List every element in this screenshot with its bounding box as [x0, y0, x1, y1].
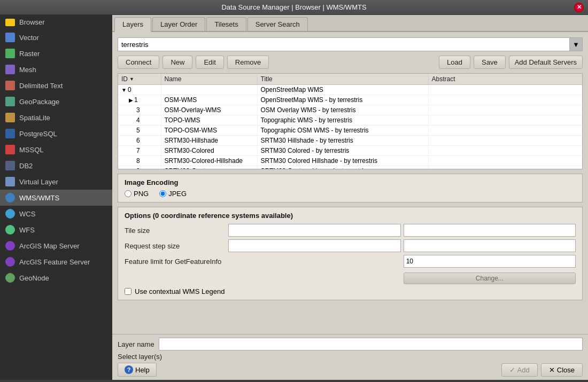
sidebar-item-vector[interactable]: Vector	[0, 29, 112, 45]
cell-title: SRTM30 Colored Hillshade - by terrestris	[257, 156, 428, 166]
col-header-abstract[interactable]: Abstract	[428, 74, 582, 85]
jpeg-radio[interactable]	[159, 190, 166, 197]
sidebar-item-geonode[interactable]: GeoNode	[0, 270, 112, 286]
cell-name: SRTM30-Contour	[161, 166, 257, 170]
cell-title: Topographic WMS - by terrestris	[257, 115, 428, 126]
sidebar-item-browser[interactable]: Browser	[0, 15, 112, 29]
layer-name-input[interactable]	[159, 338, 583, 350]
dropdown-arrow-icon[interactable]: ▼	[570, 37, 583, 51]
request-step-input-1[interactable]	[228, 239, 400, 252]
feature-limit-input[interactable]	[404, 255, 576, 268]
table-row[interactable]: ▼0 OpenStreetMap WMS	[118, 85, 582, 95]
cell-abstract	[428, 126, 582, 136]
tile-size-input-2[interactable]	[404, 224, 576, 237]
wms-wmts-icon	[5, 193, 15, 202]
sidebar-item-virtual-layer[interactable]: Virtual Layer	[0, 174, 112, 190]
cell-title: SRTM30 Hillshade - by terrestris	[257, 136, 428, 146]
sidebar-item-raster[interactable]: Raster	[0, 45, 112, 61]
wcs-icon	[5, 209, 15, 219]
sidebar-item-wms-wmts[interactable]: WMS/WMTS	[0, 190, 112, 206]
cell-name	[161, 85, 257, 95]
cell-name: TOPO-OSM-WMS	[161, 126, 257, 136]
geonode-icon	[5, 273, 15, 283]
expand-icon[interactable]: ▼	[121, 87, 127, 93]
vector-icon	[5, 33, 15, 42]
request-step-input-2[interactable]	[404, 239, 576, 252]
save-button[interactable]: Save	[474, 56, 506, 69]
image-encoding-section: Image Encoding PNG JPEG	[118, 174, 583, 202]
title-bar: Data Source Manager | Browser | WMS/WMTS…	[0, 0, 588, 15]
db2-icon	[5, 161, 15, 170]
sidebar-item-arcgis-map[interactable]: ArcGIS Map Server	[0, 238, 112, 254]
sidebar-label-virtual-layer: Virtual Layer	[19, 178, 58, 186]
sidebar-label-spatialite: SpatiaLite	[19, 114, 50, 122]
sidebar-item-mesh[interactable]: Mesh	[0, 61, 112, 77]
action-row: ? Help ✓ Add ✕ Close	[118, 363, 583, 377]
contextual-wms-checkbox[interactable]	[125, 288, 131, 295]
main-panel: terrestris ▼ Connect New Edit Remove Loa…	[112, 32, 588, 334]
table-row[interactable]: 3 OSM-Overlay-WMS OSM Overlay WMS - by t…	[118, 105, 582, 115]
expand-icon[interactable]: ▶	[129, 97, 133, 103]
tile-size-input-1[interactable]	[228, 224, 400, 237]
cell-name: TOPO-WMS	[161, 115, 257, 126]
sidebar-item-geopackage[interactable]: GeoPackage	[0, 93, 112, 110]
col-header-name[interactable]: Name	[161, 74, 257, 85]
remove-button[interactable]: Remove	[227, 56, 269, 69]
tab-layer-order[interactable]: Layer Order	[152, 17, 205, 31]
table-row[interactable]: 5 TOPO-OSM-WMS Topographic OSM WMS - by …	[118, 126, 582, 136]
cell-title: OSM Overlay WMS - by terrestris	[257, 105, 428, 115]
server-dropdown-row: terrestris ▼	[118, 37, 583, 51]
cell-title: Topographic OSM WMS - by terrestris	[257, 126, 428, 136]
sidebar-item-postgresql[interactable]: PostgreSQL	[0, 126, 112, 142]
tab-server-search[interactable]: Server Search	[247, 17, 308, 31]
sidebar-item-arcgis-feature[interactable]: ArcGIS Feature Server	[0, 254, 112, 270]
table-row[interactable]: 6 SRTM30-Hillshade SRTM30 Hillshade - by…	[118, 136, 582, 146]
layer-name-label: Layer name	[118, 340, 154, 348]
sidebar-item-db2[interactable]: DB2	[0, 158, 112, 174]
sidebar-item-wcs[interactable]: WCS	[0, 206, 112, 222]
table-row[interactable]: 8 SRTM30-Colored-Hillshade SRTM30 Colore…	[118, 156, 582, 166]
sidebar-label-db2: DB2	[19, 162, 33, 170]
sidebar-item-mssql[interactable]: MSSQL	[0, 142, 112, 158]
edit-button[interactable]: Edit	[196, 56, 223, 69]
table-row[interactable]: ▶1 OSM-WMS OpenStreetMap WMS - by terres…	[118, 95, 582, 105]
sidebar-label-geopackage: GeoPackage	[19, 98, 59, 106]
close-dialog-button[interactable]: ✕ Close	[541, 363, 583, 377]
tab-layers[interactable]: Layers	[114, 17, 151, 32]
tabs-bar: LayersLayer OrderTilesetsServer Search	[112, 15, 588, 32]
col-header-id[interactable]: ID ▼	[118, 74, 161, 85]
server-dropdown[interactable]: terrestris	[118, 37, 570, 51]
table-row[interactable]: 4 TOPO-WMS Topographic WMS - by terrestr…	[118, 115, 582, 126]
delimited-text-icon	[5, 81, 15, 90]
change-button[interactable]: Change...	[404, 272, 576, 284]
mesh-icon	[5, 65, 15, 74]
new-button[interactable]: New	[163, 56, 192, 69]
sidebar-label-delimited-text: Delimited Text	[19, 82, 63, 90]
jpeg-label: JPEG	[168, 190, 187, 198]
sidebar-item-spatialite[interactable]: SpatiaLite	[0, 110, 112, 126]
connect-button[interactable]: Connect	[118, 56, 159, 69]
load-button[interactable]: Load	[439, 56, 470, 69]
col-header-title[interactable]: Title	[257, 74, 428, 85]
sidebar: Browser Vector Raster Mesh Delimited Tex…	[0, 15, 112, 380]
sidebar-label-postgresql: PostgreSQL	[19, 130, 57, 138]
tab-tilesets[interactable]: Tilesets	[206, 17, 246, 31]
help-button[interactable]: ? Help	[118, 363, 157, 377]
arcgis-feature-icon	[5, 257, 15, 267]
sidebar-label-arcgis-map: ArcGIS Map Server	[19, 242, 80, 250]
title-bar-text: Data Source Manager | Browser | WMS/WMTS	[221, 3, 366, 11]
add-default-servers-button[interactable]: Add Default Servers	[509, 56, 583, 69]
sidebar-item-delimited-text[interactable]: Delimited Text	[0, 77, 112, 93]
cell-name: OSM-Overlay-WMS	[161, 105, 257, 115]
jpeg-radio-label[interactable]: JPEG	[159, 190, 187, 198]
close-window-button[interactable]: ✕	[574, 3, 584, 12]
sidebar-label-arcgis-feature: ArcGIS Feature Server	[19, 258, 90, 266]
cell-id: 7	[118, 146, 161, 156]
geopackage-icon	[5, 97, 15, 106]
sidebar-item-wfs[interactable]: WFS	[0, 222, 112, 238]
add-button[interactable]: ✓ Add	[501, 363, 538, 377]
png-radio-label[interactable]: PNG	[125, 190, 149, 198]
png-radio[interactable]	[125, 190, 131, 197]
table-row[interactable]: 7 SRTM30-Colored SRTM30 Colored - by ter…	[118, 146, 582, 156]
table-row[interactable]: 9 SRTM30-Contour SRTM30 Contour Lines - …	[118, 166, 582, 170]
